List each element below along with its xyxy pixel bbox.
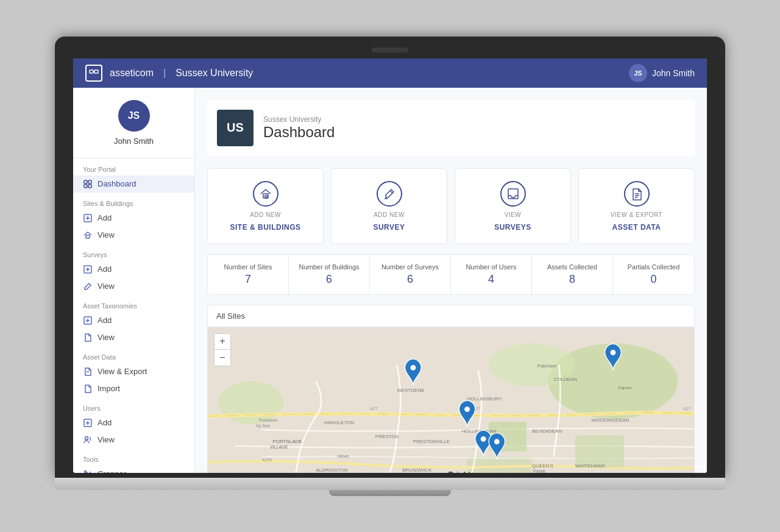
stat-value-surveys: 6 [377,273,443,286]
svg-text:PRESTON: PRESTON [375,433,399,439]
plus-square-icon-sites [83,213,93,223]
action-card-add-site[interactable]: ADD NEW SITE & BUILDINGS [207,168,324,244]
org-logo: US [217,110,254,146]
map-zoom-controls[interactable]: + − [214,333,231,366]
action-cards-grid: ADD NEW SITE & BUILDINGS [207,168,695,244]
content-area: US Sussex University Dashboard [195,88,707,473]
sidebar-item-asset-export[interactable]: View & Export [73,363,194,380]
sidebar-item-dashboard[interactable]: Dashboard [73,176,194,193]
plus-square-icon-users [83,418,93,428]
action-card-view-surveys[interactable]: VIEW SURVEYS [455,168,571,244]
surveys-add-label: Add [98,264,112,274]
map-svg: PORTSLADE VILLAGE Portslade by Sea HANGL… [208,327,694,473]
action-label-small-site: ADD NEW [250,211,281,218]
map-container[interactable]: PORTSLADE VILLAGE Portslade by Sea HANGL… [208,327,694,473]
sidebar-section-asset-data: Asset Data [73,346,194,363]
dashboard-header: US Sussex University Dashboard [207,100,695,156]
sidebar-item-tax-add[interactable]: Add [73,312,194,329]
action-card-view-export[interactable]: VIEW & EXPORT ASSET DATA [578,168,695,244]
svg-text:PORTSLADE: PORTSLADE [272,439,302,444]
sites-add-label: Add [98,213,112,222]
top-nav-right[interactable]: JS John Smith [629,64,695,82]
top-navigation: asseticom | Sussex University JS John Sm… [73,59,707,88]
tax-add-label: Add [98,316,112,325]
dash-title: Dashboard [263,124,335,141]
stat-value-partials: 0 [620,273,687,286]
camera-notch [372,48,408,52]
sidebar-section-portal: Your Portal [73,158,194,176]
map-title: All Sites [208,305,694,327]
zoom-out-button[interactable]: − [214,350,230,366]
svg-text:COLDEAN: COLDEAN [553,377,577,382]
sidebar-section-tools: Tools [73,449,194,466]
stat-num-buildings: Number of Buildings 6 [289,255,370,294]
stats-bar: Number of Sites 7 Number of Buildings 6 … [207,254,695,295]
sidebar-section-sites: Sites & Buildings [73,193,194,210]
svg-rect-40 [575,435,624,467]
svg-text:ALDRINGTON: ALDRINGTON [316,467,347,473]
grid-icon [83,179,93,189]
zoom-in-button[interactable]: + [214,334,230,350]
action-label-small-survey: ADD NEW [374,211,405,218]
svg-text:Hove: Hove [338,453,349,459]
sidebar-item-surveys-view[interactable]: View [73,278,194,295]
sidebar-item-asset-import[interactable]: Import [73,380,194,397]
user-avatar-header: JS [629,64,647,82]
svg-rect-1 [94,70,98,73]
svg-text:HOLLINGDEAN: HOLLINGDEAN [462,428,497,433]
action-label-large-viewsurveys: SURVEYS [494,223,531,232]
svg-text:WOODINGDEAN: WOODINGDEAN [592,417,629,423]
file-import-icon [83,384,93,394]
svg-point-22 [85,470,87,472]
svg-text:HILL: HILL [486,441,497,447]
user-avatar-sidebar: JS [118,100,150,132]
svg-text:A27: A27 [683,406,691,411]
svg-text:QUEEN'S: QUEEN'S [532,463,553,469]
sidebar-item-users-add[interactable]: Add [73,414,194,431]
screen-inner: asseticom | Sussex University JS John Sm… [73,59,707,473]
plus-square-icon-surveys [83,264,93,274]
sidebar-item-cropper[interactable]: Cropper [73,466,194,473]
sidebar-username: John Smith [114,137,154,146]
main-layout: JS John Smith Your Portal [73,88,707,473]
action-card-add-survey[interactable]: ADD NEW SURVEY [331,168,447,244]
laptop-screen: asseticom | Sussex University JS John Sm… [55,37,725,478]
sidebar-item-surveys-add[interactable]: Add [73,261,194,278]
stat-num-users: Number of Users 4 [451,255,532,294]
sites-view-label: View [98,230,115,239]
stat-label-users: Number of Users [458,263,524,271]
sidebar-item-tax-view[interactable]: View [73,329,194,346]
stat-num-surveys: Number of Surveys 6 [370,255,451,294]
app-logo [85,65,102,82]
home-icon-action [253,181,278,207]
svg-text:by Sea: by Sea [257,423,270,428]
stat-num-sites: Number of Sites 7 [208,255,289,294]
tax-view-label: View [98,333,115,342]
dashboard-label: Dashboard [98,179,136,188]
dash-org-name: Sussex University [263,115,335,124]
svg-text:Falmer: Falmer [619,385,633,390]
asset-export-label: View & Export [98,367,147,376]
svg-rect-10 [86,235,90,238]
org-name-header: Sussex University [176,68,253,79]
svg-text:BRUNSWICK: BRUNSWICK [402,467,432,473]
sidebar-section-taxonomies: Asset Taxonomies [73,295,194,312]
scissors-icon [83,469,93,473]
home-icon [83,230,93,240]
file-export-icon [83,367,93,377]
sidebar-item-sites-add[interactable]: Add [73,210,194,227]
svg-text:A259: A259 [262,457,272,462]
map-section: All Sites [207,305,695,473]
sidebar-item-sites-view[interactable]: View [73,227,194,244]
svg-text:Brighton: Brighton [448,470,480,473]
stat-label-sites: Number of Sites [215,263,281,271]
svg-text:WESTDENE: WESTDENE [397,388,424,393]
svg-text:HOLLINGBURY: HOLLINGBURY [467,395,503,401]
svg-text:BEVENDEAN: BEVENDEAN [532,428,562,433]
edit-icon-surveys [83,282,93,291]
sidebar-item-users-view[interactable]: View [73,431,194,449]
svg-text:A27: A27 [370,406,378,411]
svg-text:Portslade: Portslade [259,418,277,423]
edit-icon-action [377,181,402,207]
svg-rect-0 [90,70,93,73]
